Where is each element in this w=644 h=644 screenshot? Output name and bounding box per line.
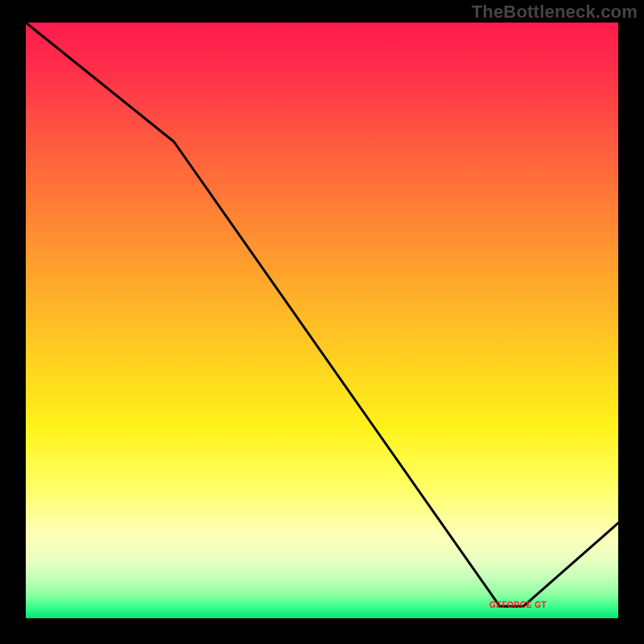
watermark-text: TheBottleneck.com bbox=[472, 2, 638, 23]
chart-stage: TheBottleneck.com GEFORCE GT bbox=[0, 0, 644, 644]
bottleneck-curve-path bbox=[26, 23, 618, 606]
plot-frame: GEFORCE GT bbox=[23, 23, 621, 621]
curve-layer bbox=[26, 23, 618, 618]
gpu-label: GEFORCE GT bbox=[489, 601, 547, 609]
